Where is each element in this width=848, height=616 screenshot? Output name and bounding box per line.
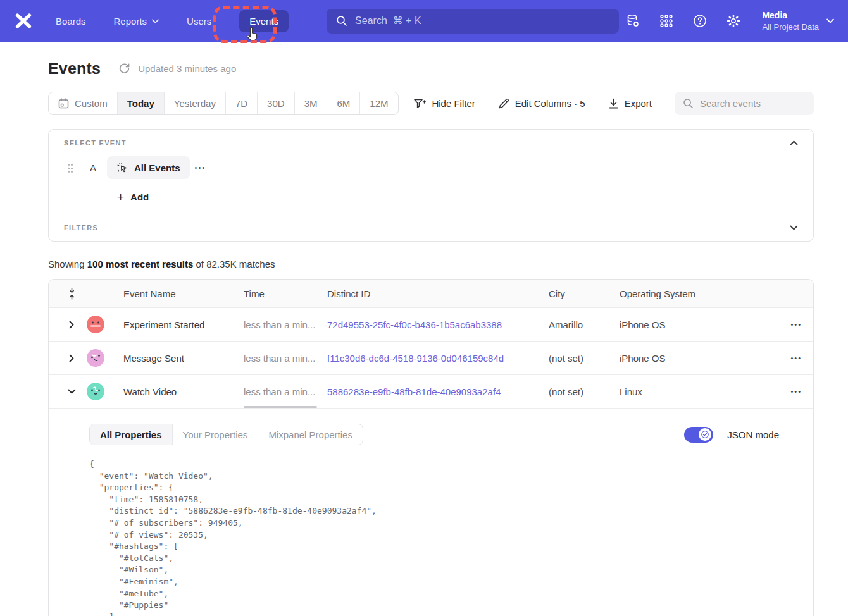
check-icon [701, 431, 709, 438]
mixpanel-logo-icon[interactable] [14, 11, 33, 30]
expand-row-button[interactable] [59, 354, 84, 362]
event-clause-row: A All Events ••• [64, 156, 799, 179]
chevron-right-icon [69, 321, 74, 329]
row-menu-button[interactable]: ••• [789, 318, 803, 331]
date-segment-yesterday[interactable]: Yesterday [164, 92, 225, 114]
results-suffix: of 82.35K matches [193, 259, 275, 269]
global-search[interactable] [327, 9, 619, 34]
nav-item-boards[interactable]: Boards [56, 16, 86, 27]
column-header-city[interactable]: City [549, 288, 620, 299]
nav-item-users[interactable]: Users [187, 16, 211, 27]
column-header-time[interactable]: Time [244, 288, 327, 299]
toolbar-actions: Hide Filter Edit Columns · 5 Export [413, 92, 814, 115]
refresh-icon[interactable] [118, 63, 130, 75]
date-segment-label: Custom [75, 98, 108, 109]
plus-icon: + [117, 192, 124, 202]
clause-more-button[interactable]: ••• [190, 161, 211, 174]
collapse-all-button[interactable] [59, 288, 84, 300]
results-summary: Showing 100 most recent results of 82.35… [48, 259, 814, 269]
event-time-text: less than a min... [244, 386, 315, 397]
expand-row-button[interactable] [59, 321, 84, 329]
column-header-os[interactable]: Operating System [620, 288, 778, 299]
json-mode-toggle[interactable] [684, 427, 713, 443]
row-menu-button[interactable]: ••• [789, 385, 803, 398]
add-label: Add [130, 192, 149, 202]
table-row[interactable]: Experiment Started less than a min... 72… [49, 308, 813, 342]
distinct-id-link[interactable]: 5886283e-e9fb-48fb-81de-40e9093a2af4 [327, 386, 549, 397]
chevron-up-icon [790, 140, 798, 145]
chevron-down-icon [152, 19, 159, 23]
global-search-input[interactable] [355, 15, 609, 27]
events-table: Event Name Time Distinct ID City Operati… [48, 279, 814, 616]
date-segment-12m[interactable]: 12M [359, 92, 397, 114]
tab-all-properties[interactable]: All Properties [90, 424, 172, 445]
avatar-face-icon [87, 383, 104, 400]
settings-gear-icon[interactable] [726, 13, 741, 28]
select-event-label: SELECT EVENT [64, 139, 127, 147]
date-segment-3m[interactable]: 3M [294, 92, 327, 114]
row-menu-button[interactable]: ••• [789, 352, 803, 364]
distinct-id-link[interactable]: 72d49553-25fc-4f0c-b436-1b5ac6ab3388 [327, 319, 549, 330]
tab-your-properties[interactable]: Your Properties [172, 424, 258, 445]
toggle-knob [699, 428, 711, 441]
date-segment-today[interactable]: Today [117, 92, 164, 114]
event-name: Experiment Started [123, 319, 244, 330]
project-scope: All Project Data [762, 22, 819, 32]
collapse-row-button[interactable] [59, 389, 84, 394]
table-row-expanded[interactable]: Watch Video less than a min... 5886283e-… [49, 375, 813, 409]
event-avatar [87, 316, 104, 333]
avatar-face-icon [87, 349, 104, 367]
distinct-id-link[interactable]: f11c30d6-dc6d-4518-9136-0d046159c84d [327, 353, 549, 364]
events-search-input[interactable] [700, 98, 806, 109]
search-icon [336, 15, 347, 27]
event-os: iPhone OS [620, 319, 778, 330]
date-segment-7d[interactable]: 7D [225, 92, 257, 114]
nav-item-reports[interactable]: Reports [114, 16, 159, 27]
column-header-distinct-id[interactable]: Distinct ID [327, 288, 549, 299]
event-detail-panel: All Properties Your Properties Mixpanel … [49, 409, 813, 616]
export-button[interactable]: Export [608, 98, 652, 109]
date-segment-6m[interactable]: 6M [327, 92, 359, 114]
event-avatar [87, 349, 104, 367]
filter-funnel-icon [413, 98, 426, 109]
page-title: Events [48, 59, 101, 78]
events-search[interactable] [675, 92, 814, 115]
filters-section[interactable]: FILTERS [49, 214, 813, 241]
collapse-section-button[interactable] [789, 139, 799, 147]
help-icon[interactable] [692, 13, 708, 28]
hide-filter-label: Hide Filter [432, 98, 475, 109]
event-selector-pill[interactable]: All Events [107, 156, 190, 179]
clause-letter: A [90, 163, 96, 173]
event-name: Watch Video [123, 386, 244, 397]
expand-filters-button[interactable] [789, 224, 799, 231]
hide-filter-button[interactable]: Hide Filter [413, 98, 475, 109]
table-row[interactable]: Message Sent less than a min... f11c30d6… [49, 342, 813, 375]
event-json-viewer[interactable]: { "event": "Watch Video", "properties": … [89, 459, 801, 616]
drag-handle[interactable] [67, 163, 73, 173]
add-event-button[interactable]: + Add [117, 192, 799, 202]
table-header-row: Event Name Time Distinct ID City Operati… [49, 280, 813, 308]
navbar-actions: Media All Project Data [625, 9, 834, 32]
date-segment-30d[interactable]: 30D [257, 92, 294, 114]
page-header: Events Updated 3 minutes ago [48, 58, 814, 78]
json-mode-label: JSON mode [727, 429, 779, 440]
chevron-right-icon [69, 354, 74, 362]
edit-columns-button[interactable]: Edit Columns · 5 [498, 98, 585, 109]
event-city: (not set) [549, 353, 620, 364]
tab-mixpanel-properties[interactable]: Mixpanel Properties [258, 424, 363, 445]
horizontal-scrollbar-thumb[interactable] [244, 406, 317, 408]
event-avatar [87, 383, 104, 400]
column-header-event-name[interactable]: Event Name [123, 288, 244, 299]
apps-grid-icon[interactable] [659, 13, 674, 28]
calendar-icon [58, 98, 69, 109]
top-navbar: Boards Reports Users Events [0, 0, 848, 42]
data-management-icon[interactable] [625, 13, 640, 28]
event-pill-label: All Events [134, 163, 180, 173]
nav-item-events[interactable]: Events [239, 10, 289, 32]
project-selector[interactable]: Media All Project Data [762, 9, 834, 32]
toolbar: Custom Today Yesterday 7D 30D 3M 6M 12M … [48, 92, 814, 115]
avatar-face-icon [87, 316, 104, 333]
event-cursor-icon [116, 162, 128, 174]
date-segment-custom[interactable]: Custom [49, 92, 117, 114]
event-city: (not set) [549, 386, 620, 397]
